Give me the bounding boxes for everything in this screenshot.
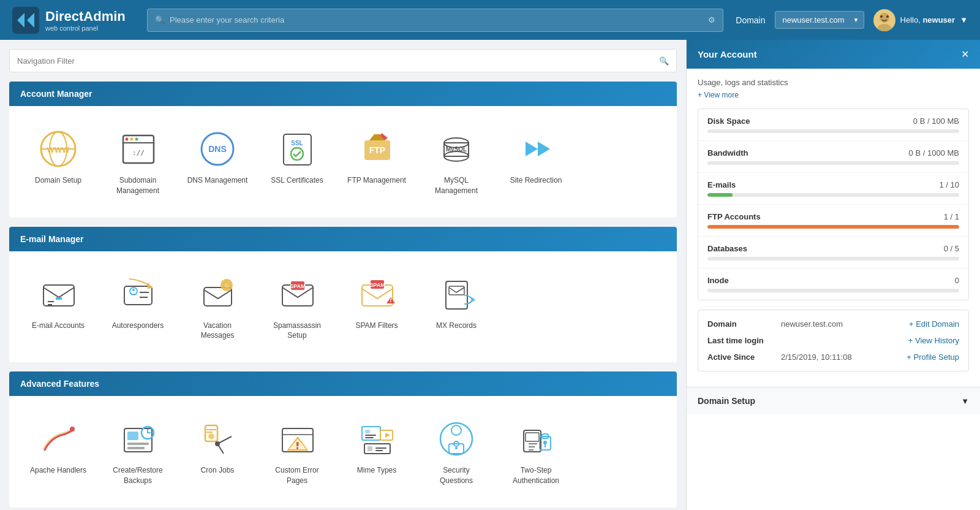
icon-item-two-step[interactable]: Two-Step Authentication [499, 408, 573, 495]
svg-text:SPAM: SPAM [369, 282, 385, 288]
ftp-icon: FTP [355, 128, 398, 170]
view-history-link[interactable]: + View History [908, 336, 959, 345]
ftp-label: FTP Accounts [707, 212, 761, 221]
right-panel: Your Account ✕ Usage, logs and statistic… [686, 40, 980, 510]
svg-rect-78 [365, 435, 376, 436]
svg-marker-81 [385, 433, 390, 438]
collapse-button[interactable]: ✕ [961, 48, 969, 60]
logo-area: DirectAdmin web control panel [12, 7, 135, 34]
search-input[interactable] [170, 15, 703, 25]
icon-item-spam-setup[interactable]: SPAM Spamassassin Setup [260, 264, 334, 351]
icon-item-spam-filters[interactable]: SPAM ! SPAM Filters [340, 264, 413, 351]
logo-title: DirectAdmin [45, 9, 126, 25]
mime-types-label: Mime Types [357, 465, 396, 476]
header-right: Domain newuser.test.com Hello, newuser [736, 9, 968, 31]
icon-item-email-accounts[interactable]: E-mail Accounts [21, 264, 95, 351]
domain-info-domain-value: newuser.test.com [781, 319, 909, 329]
icon-item-custom-error[interactable]: Custom Error Pages [260, 408, 334, 495]
emails-bar [707, 193, 959, 197]
svg-text:!: ! [390, 297, 391, 303]
svg-point-64 [208, 433, 214, 440]
domain-info-active-value: 2/15/2019, 10:11:08 [781, 352, 907, 362]
stats-container: Disk Space 0 B / 100 MB Bandwidth 0 B / … [698, 108, 969, 300]
icon-item-backups[interactable]: Create/Restore Backups [101, 408, 175, 495]
svg-marker-32 [538, 142, 550, 156]
logo-text: DirectAdmin web control panel [45, 9, 126, 32]
view-more-link[interactable]: + View more [698, 91, 739, 99]
svg-text:☺: ☺ [223, 282, 229, 289]
autoresponders-icon [116, 273, 159, 316]
nav-filter-input[interactable] [17, 56, 659, 66]
advanced-features-header: Advanced Features [9, 371, 677, 396]
email-manager-section: E-mail Manager E-mail Accounts [9, 227, 677, 363]
emails-value: 1 / 10 [939, 180, 959, 189]
icon-item-domain-setup[interactable]: WWW Domain Setup [21, 118, 95, 205]
mysql-label: MySQL Management [426, 175, 487, 196]
user-dropdown-icon: ▼ [960, 15, 968, 25]
dns-label: DNS Management [187, 175, 248, 186]
edit-domain-link[interactable]: + Edit Domain [909, 319, 959, 329]
icon-item-subdomain[interactable]: :// _ Subdomain Management [101, 118, 175, 205]
icon-item-dns[interactable]: DNS DNS Management [181, 118, 254, 205]
svg-point-13 [125, 137, 128, 140]
site-redirection-label: Site Redirection [510, 175, 562, 186]
mime-types-icon [355, 417, 398, 460]
svg-rect-37 [124, 286, 152, 305]
domain-info-row-domain: Domain newuser.test.com + Edit Domain [707, 319, 959, 329]
user-area[interactable]: Hello, newuser ▼ [873, 9, 968, 31]
icon-item-ssl[interactable]: SSL SSL Certificates [260, 118, 334, 205]
svg-point-4 [876, 24, 893, 31]
svg-rect-34 [56, 297, 62, 300]
logo-sub: web control panel [45, 25, 126, 32]
inode-value: 0 [955, 276, 959, 285]
domain-setup-label: Domain Setup [35, 175, 81, 186]
svg-point-39 [132, 289, 135, 291]
svg-rect-65 [206, 429, 216, 430]
icon-item-ftp[interactable]: FTP FTP Management [340, 118, 413, 205]
svg-marker-31 [526, 142, 538, 156]
svg-rect-79 [365, 437, 374, 438]
domain-info-panel: Domain newuser.test.com + Edit Domain La… [698, 310, 969, 371]
username: newuser [922, 15, 955, 25]
search-settings-icon[interactable]: ⚙ [708, 15, 715, 25]
search-bar: 🔍 ⚙ [147, 9, 723, 32]
domain-info-row-active: Active Since 2/15/2019, 10:11:08 + Profi… [707, 352, 959, 362]
disk-space-label: Disk Space [707, 116, 750, 126]
icon-item-autoresponders[interactable]: Autoresponders [101, 264, 175, 351]
bandwidth-bar [707, 161, 959, 165]
icon-item-cron-jobs[interactable]: Cron Jobs [181, 408, 254, 495]
spam-filters-label: SPAM Filters [355, 321, 398, 331]
account-panel-title: Your Account [698, 49, 757, 59]
svg-text:MySQL: MySQL [445, 146, 466, 153]
spam-filters-icon: SPAM ! [355, 273, 398, 316]
svg-text:WWW: WWW [47, 145, 70, 154]
disk-space-bar [707, 129, 959, 133]
profile-setup-link[interactable]: + Profile Setup [907, 352, 959, 362]
account-manager-section: Account Manager WWW Domain Setup [9, 82, 677, 218]
advanced-features-section: Advanced Features Apache Handlers [9, 371, 677, 508]
bandwidth-label: Bandwidth [707, 148, 748, 158]
icon-item-vacation[interactable]: ☺ Vacation Messages [181, 264, 254, 351]
icon-item-site-redirection[interactable]: Site Redirection [499, 118, 573, 205]
svg-point-87 [451, 425, 461, 435]
icon-item-security-questions[interactable]: Security Questions [420, 408, 493, 495]
icon-item-mime-types[interactable]: Mime Types [340, 408, 413, 495]
inode-bar [707, 289, 959, 292]
svg-rect-54 [449, 286, 464, 295]
domain-setup-section: Domain Setup ▼ [687, 387, 980, 414]
ftp-label: FTP Management [347, 175, 406, 186]
stat-inode: Inode 0 [698, 268, 968, 300]
domain-setup-header[interactable]: Domain Setup ▼ [687, 387, 980, 414]
icon-item-mysql[interactable]: MySQL MySQL Management [420, 118, 493, 205]
svg-rect-60 [127, 443, 149, 445]
svg-rect-66 [206, 432, 213, 433]
vacation-icon: ☺ [196, 273, 239, 316]
svg-rect-92 [526, 433, 539, 441]
svg-text:SPAM: SPAM [290, 283, 305, 289]
svg-rect-59 [127, 432, 138, 440]
domain-select[interactable]: newuser.test.com [775, 11, 864, 29]
svg-rect-77 [365, 430, 370, 433]
icon-item-mx-records[interactable]: MX Records [420, 264, 493, 351]
email-accounts-label: E-mail Accounts [32, 321, 85, 331]
icon-item-apache-handlers[interactable]: Apache Handlers [21, 408, 95, 495]
